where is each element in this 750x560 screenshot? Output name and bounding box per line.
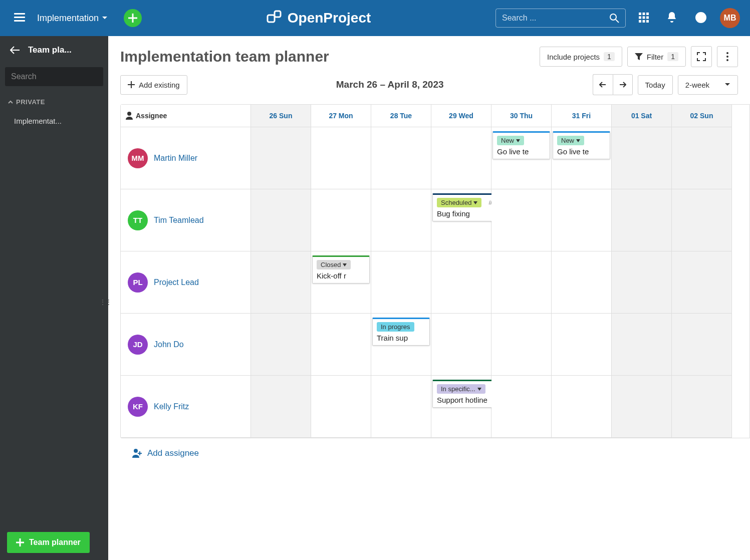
grid-cell[interactable] bbox=[251, 376, 311, 438]
grid-cell[interactable] bbox=[491, 376, 552, 438]
assignee-name[interactable]: Project Lead bbox=[154, 278, 199, 287]
brand: OpenProject bbox=[150, 10, 487, 26]
grid-cell[interactable] bbox=[552, 376, 612, 438]
grid-cell[interactable] bbox=[491, 251, 552, 314]
avatar: MM bbox=[128, 148, 148, 168]
brand-icon bbox=[267, 10, 283, 26]
filter-button[interactable]: Filter 1 bbox=[627, 47, 686, 67]
plus-icon bbox=[128, 81, 135, 88]
status-pill[interactable]: New bbox=[557, 136, 584, 145]
grid-cell[interactable]: In specific... #417 Support hotline bbox=[431, 376, 491, 438]
grid-cell[interactable] bbox=[552, 251, 612, 314]
bell-icon[interactable] bbox=[662, 7, 682, 30]
status-pill[interactable]: In specific... bbox=[437, 384, 485, 394]
svg-rect-12 bbox=[639, 16, 641, 19]
status-pill[interactable]: Closed bbox=[317, 260, 351, 269]
svg-rect-14 bbox=[646, 16, 649, 19]
grid-cell[interactable] bbox=[251, 314, 311, 376]
search-input[interactable] bbox=[502, 14, 609, 23]
svg-rect-4 bbox=[128, 18, 137, 19]
assignee-name[interactable]: Martin Miller bbox=[154, 154, 197, 163]
grid-cell[interactable] bbox=[371, 189, 431, 251]
grid-cell[interactable] bbox=[612, 251, 672, 314]
assignee-name[interactable]: Kelly Fritz bbox=[154, 402, 189, 411]
grid-cell[interactable] bbox=[431, 314, 491, 376]
work-package-card[interactable]: In progres Train sup bbox=[372, 318, 430, 346]
sidebar-item-implementation[interactable]: Implementat... bbox=[0, 111, 108, 131]
work-package-card[interactable]: Closed Kick-off r bbox=[312, 255, 370, 284]
sidebar-search[interactable] bbox=[5, 67, 103, 86]
back-icon[interactable] bbox=[10, 46, 20, 54]
status-pill[interactable]: Scheduled bbox=[437, 198, 481, 207]
grid-cell[interactable] bbox=[431, 251, 491, 314]
more-button[interactable] bbox=[717, 46, 738, 67]
work-package-card[interactable]: New Go live te bbox=[492, 131, 550, 159]
assignee-name[interactable]: Tim Teamlead bbox=[154, 216, 204, 225]
grid-cell[interactable] bbox=[672, 127, 732, 189]
prev-button[interactable] bbox=[593, 74, 613, 95]
grid-cell[interactable] bbox=[672, 376, 732, 438]
apps-icon[interactable] bbox=[634, 8, 654, 29]
grid-cell[interactable] bbox=[371, 127, 431, 189]
next-button[interactable] bbox=[613, 74, 633, 95]
grid-cell[interactable] bbox=[431, 127, 491, 189]
add-assignee-button[interactable]: Add assignee bbox=[120, 438, 750, 468]
grid-cell[interactable] bbox=[491, 314, 552, 376]
user-avatar[interactable]: MB bbox=[720, 8, 740, 28]
grid-cell[interactable] bbox=[251, 189, 311, 251]
menu-icon[interactable] bbox=[10, 9, 29, 28]
grid-cell[interactable]: Scheduled #420 - Implementation Bug fixi… bbox=[431, 189, 491, 251]
fullscreen-button[interactable] bbox=[691, 46, 712, 67]
svg-rect-0 bbox=[14, 13, 25, 15]
arrow-left-icon bbox=[599, 82, 606, 88]
grid-cell[interactable] bbox=[672, 251, 732, 314]
grid-cell[interactable] bbox=[612, 189, 672, 251]
add-existing-button[interactable]: Add existing bbox=[120, 75, 187, 95]
sidebar-resize-handle[interactable]: ⋮⋮ bbox=[99, 298, 111, 306]
grid-cell[interactable] bbox=[311, 189, 371, 251]
col-day: 01 Sat bbox=[612, 105, 672, 127]
help-icon[interactable] bbox=[690, 7, 712, 30]
grid-cell[interactable] bbox=[251, 127, 311, 189]
work-package-card[interactable]: New Go live te bbox=[553, 131, 610, 159]
grid-cell[interactable]: Closed Kick-off r bbox=[311, 251, 371, 314]
include-count-badge: 1 bbox=[604, 52, 615, 61]
filter-count-badge: 1 bbox=[667, 52, 678, 61]
project-selector[interactable]: Implementation bbox=[37, 13, 108, 24]
view-selector[interactable]: 2-week bbox=[678, 75, 738, 95]
today-button[interactable]: Today bbox=[638, 75, 673, 95]
grid-cell[interactable] bbox=[371, 251, 431, 314]
expand-icon bbox=[697, 52, 706, 61]
grid-cell[interactable] bbox=[612, 127, 672, 189]
view-label: 2-week bbox=[685, 81, 709, 89]
sidebar-search-input[interactable] bbox=[11, 72, 111, 81]
team-planner-label: Team planner bbox=[29, 538, 81, 547]
grid-cell[interactable] bbox=[552, 189, 612, 251]
add-person-icon bbox=[132, 449, 142, 458]
grid-cell[interactable] bbox=[371, 376, 431, 438]
grid-cell[interactable] bbox=[251, 251, 311, 314]
grid-cell[interactable] bbox=[311, 314, 371, 376]
grid-cell[interactable] bbox=[612, 376, 672, 438]
include-projects-button[interactable]: Include projects 1 bbox=[540, 47, 622, 67]
team-planner-button[interactable]: Team planner bbox=[7, 532, 90, 553]
grid-cell[interactable] bbox=[672, 314, 732, 376]
assignee-name[interactable]: John Do bbox=[154, 340, 184, 349]
status-pill[interactable]: In progres bbox=[377, 322, 414, 332]
grid-cell[interactable] bbox=[491, 189, 552, 251]
grid-cell[interactable] bbox=[552, 314, 612, 376]
grid-cell[interactable]: New Go live te bbox=[552, 127, 612, 189]
status-pill[interactable]: New bbox=[497, 136, 524, 145]
add-button[interactable] bbox=[124, 9, 142, 27]
global-search[interactable] bbox=[495, 9, 626, 28]
filter-icon bbox=[635, 53, 643, 60]
sidebar-section-private[interactable]: PRIVATE bbox=[0, 93, 108, 111]
grid-cell[interactable] bbox=[672, 189, 732, 251]
sidebar-title: Team pla... bbox=[28, 45, 72, 55]
grid-cell[interactable]: In progres Train sup bbox=[371, 314, 431, 376]
grid-cell[interactable] bbox=[612, 314, 672, 376]
grid-cell[interactable]: New Go live te bbox=[491, 127, 552, 189]
grid-cell[interactable] bbox=[311, 376, 371, 438]
grid-cell[interactable] bbox=[311, 127, 371, 189]
svg-rect-13 bbox=[643, 16, 645, 19]
